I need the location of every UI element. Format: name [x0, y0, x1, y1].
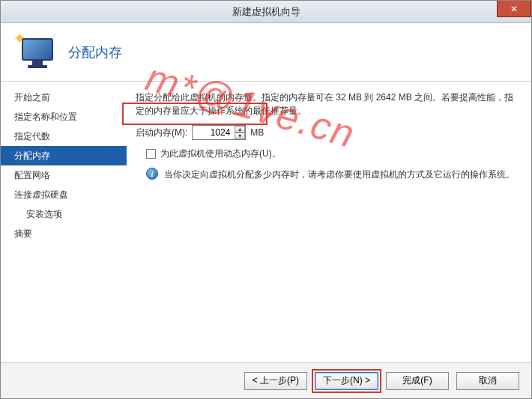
memory-field-row: 启动内存(M): ▲ ▼ MB	[136, 125, 518, 140]
sidebar-step-2[interactable]: 指定代数	[1, 127, 127, 146]
wizard-footer: < 上一步(P) 下一步(N) > 完成(F) 取消	[1, 362, 531, 398]
memory-label: 启动内存(M):	[136, 127, 187, 139]
sidebar-step-1[interactable]: 指定名称和位置	[1, 107, 127, 127]
sidebar-step-0[interactable]: 开始之前	[1, 88, 127, 107]
previous-button[interactable]: < 上一步(P)	[244, 372, 307, 390]
wizard-steps-sidebar: 开始之前指定名称和位置指定代数分配内存配置网络连接虚拟硬盘安装选项摘要	[1, 82, 127, 362]
info-row: i 当你决定向虚拟机分配多少内存时，请考虑你要使用虚拟机的方式及它运行的操作系统…	[136, 168, 518, 181]
wizard-icon: ✦	[14, 32, 55, 73]
info-icon: i	[146, 168, 158, 180]
dynamic-memory-checkbox[interactable]	[146, 149, 156, 159]
memory-unit: MB	[250, 127, 264, 138]
next-button[interactable]: 下一步(N) >	[315, 372, 378, 390]
memory-spinner: ▲ ▼	[235, 126, 245, 139]
wizard-body: 开始之前指定名称和位置指定代数分配内存配置网络连接虚拟硬盘安装选项摘要 指定分配…	[1, 82, 531, 362]
spin-up-button[interactable]: ▲	[235, 126, 245, 133]
dynamic-memory-label: 为此虚拟机使用动态内存(U)。	[160, 147, 281, 160]
info-text: 当你决定向虚拟机分配多少内存时，请考虑你要使用虚拟机的方式及它运行的操作系统。	[164, 168, 515, 181]
description-text: 指定分配给此虚拟机的内存量。指定的内存量可在 32 MB 到 2642 MB 之…	[136, 91, 518, 118]
sidebar-step-6[interactable]: 安装选项	[1, 204, 127, 224]
sidebar-step-4[interactable]: 配置网络	[1, 165, 127, 185]
wizard-header: ✦ 分配内存	[1, 23, 531, 82]
page-title: 分配内存	[68, 43, 122, 61]
sidebar-step-5[interactable]: 连接虚拟硬盘	[1, 185, 127, 204]
close-button[interactable]: ✕	[497, 1, 531, 17]
window-title: 新建虚拟机向导	[232, 5, 300, 19]
sidebar-step-3[interactable]: 分配内存	[1, 146, 127, 165]
sidebar-step-7[interactable]: 摘要	[1, 224, 127, 243]
titlebar: 新建虚拟机向导 ✕	[1, 1, 531, 23]
dynamic-memory-row: 为此虚拟机使用动态内存(U)。	[136, 147, 518, 160]
close-icon: ✕	[510, 4, 518, 14]
cancel-button[interactable]: 取消	[456, 372, 519, 390]
finish-button[interactable]: 完成(F)	[386, 372, 449, 390]
wizard-content: 指定分配给此虚拟机的内存量。指定的内存量可在 32 MB 到 2642 MB 之…	[127, 82, 531, 362]
spin-down-button[interactable]: ▼	[235, 133, 245, 139]
